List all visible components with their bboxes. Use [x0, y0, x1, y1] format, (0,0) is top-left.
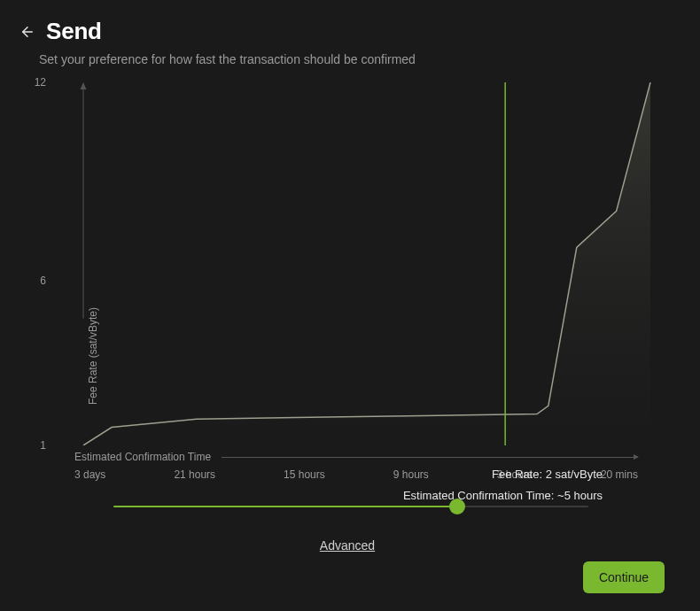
back-button[interactable] [18, 22, 37, 42]
x-axis-arrow [222, 457, 638, 458]
continue-button[interactable]: Continue [583, 561, 665, 593]
fee-rate-readout: Fee Rate: 2 sat/vByte [403, 464, 603, 484]
y-tick: 1 [40, 439, 46, 452]
y-axis-label: Fee Rate (sat/vByte) [87, 307, 99, 405]
svg-marker-2 [81, 82, 87, 89]
y-tick: 6 [40, 275, 46, 287]
fee-chart: Fee Rate (sat/vByte) 1612 Fee Rate: 2 sa… [57, 82, 638, 553]
x-tick: 21 hours [174, 468, 215, 481]
chart-plot-area [57, 82, 668, 445]
x-tick: 20 mins [601, 468, 638, 481]
y-tick: 12 [35, 76, 46, 89]
x-tick: 3 days [74, 468, 105, 481]
slider-fill [113, 506, 457, 507]
x-tick: 15 hours [284, 468, 325, 481]
slider-handle[interactable] [449, 499, 465, 514]
fee-slider[interactable] [113, 499, 588, 514]
x-axis-label: Estimated Confirmation Time [74, 451, 211, 463]
page-title: Send [46, 18, 102, 45]
advanced-link[interactable]: Advanced [320, 538, 375, 553]
page-subtitle: Set your preference for how fast the tra… [39, 52, 682, 66]
arrow-left-icon [19, 24, 35, 40]
